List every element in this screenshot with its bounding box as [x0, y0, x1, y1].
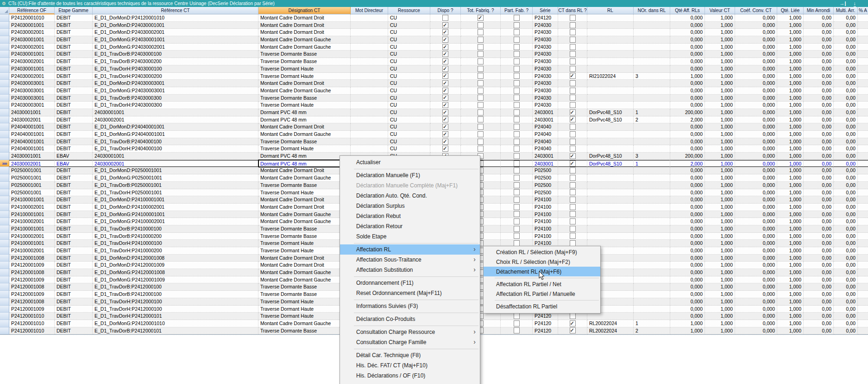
cell-etape[interactable]: DEBIT [55, 80, 93, 87]
cell-designation[interactable]: Montant Cadre Dormant Droit [258, 123, 351, 131]
cell-qteaff[interactable]: 0,000 [670, 145, 705, 153]
cell-rl[interactable] [587, 14, 634, 22]
table-row[interactable]: P24040001001DEBITE_D1_TravDorH:P24040001… [0, 145, 868, 153]
cell-of[interactable]: P0250001001 [9, 174, 55, 182]
cell-qteliee[interactable]: 1,000 [777, 313, 804, 320]
cell-multi[interactable]: 0,00 [834, 116, 858, 124]
cell-ctdansrl[interactable] [558, 80, 587, 87]
cell-serie[interactable]: P24030 [533, 80, 558, 87]
column-header-pct[interactable]: % A [858, 7, 868, 14]
menu-item[interactable]: Consultation Charge Ressource› [340, 327, 480, 337]
row-selector[interactable] [0, 116, 9, 124]
cell-partfab[interactable] [501, 80, 533, 87]
cell-qteliee[interactable]: 1,000 [777, 116, 804, 124]
cell-mot[interactable] [351, 145, 388, 153]
cell-ct[interactable]: E_D1_TravDorH:P2410000200 [93, 247, 258, 255]
cell-qteliee[interactable]: 1,000 [777, 255, 804, 262]
cell-ctdansrl[interactable] [558, 87, 587, 95]
cell-coef[interactable]: 0,000 [735, 240, 777, 247]
checkbox-partfab[interactable] [514, 37, 520, 43]
row-selector[interactable] [0, 298, 9, 306]
cell-serie[interactable]: P24040 [533, 138, 558, 146]
cell-of[interactable]: P0250001001 [9, 167, 55, 174]
cell-qteaff[interactable]: 0,000 [670, 240, 705, 247]
cell-qteaff[interactable]: 0,000 [670, 204, 705, 211]
cell-valeur[interactable]: 1,000 [705, 225, 735, 233]
cell-serie[interactable]: P02500 [533, 182, 558, 189]
cell-rl[interactable]: RL20022024 [587, 320, 634, 327]
cell-ct[interactable]: E_D1_TravDorH:P2403000100 [93, 65, 258, 73]
cell-rl[interactable] [587, 218, 634, 225]
cell-pct[interactable] [858, 189, 868, 197]
cell-designation[interactable]: Montant Cadre Dormant Gauche [258, 131, 351, 138]
cell-rl[interactable] [587, 225, 634, 233]
cell-multi[interactable]: 0,00 [834, 44, 858, 51]
cell-pct[interactable] [858, 291, 868, 298]
cell-valeur[interactable]: 1,000 [705, 247, 735, 255]
cell-ctdansrl[interactable] [558, 14, 587, 22]
table-row[interactable]: P24030001001DEBITE_D1_TravDorB:P24030001… [0, 51, 868, 58]
cell-valeur[interactable]: 1,000 [705, 58, 735, 65]
checkbox-ctdansrl[interactable] [570, 102, 576, 108]
table-row[interactable]: P24030003001DEBITE_D1_DorMonG:P240300030… [0, 87, 868, 95]
cell-coef[interactable]: 0,000 [735, 51, 777, 58]
cell-ct[interactable]: E_D1_TravDorH:P0250001001 [93, 189, 258, 197]
cell-ctdansrl[interactable] [558, 138, 587, 146]
cell-ctdansrl[interactable] [558, 182, 587, 189]
cell-ctdansrl[interactable] [558, 211, 587, 218]
cell-min[interactable]: 0,00 [804, 240, 834, 247]
row-selector[interactable] [0, 167, 9, 174]
cell-etape[interactable]: DEBIT [55, 247, 93, 255]
cell-rl[interactable]: RL20022024 [587, 327, 634, 335]
cell-rl[interactable] [587, 123, 634, 131]
cell-etape[interactable]: DEBIT [55, 320, 93, 327]
checkbox-dispo[interactable] [442, 102, 448, 108]
column-header-ctdansrl[interactable]: CT dans RL ? [558, 7, 587, 14]
cell-ct[interactable]: E_D1_DorMonD:P24030002001 [93, 29, 258, 36]
cell-multi[interactable]: 0,00 [834, 269, 858, 276]
cell-ct[interactable]: E_D1_TravDorB:P2410000200 [93, 233, 258, 240]
checkbox-ctdansrl[interactable] [570, 189, 576, 195]
cell-coef[interactable]: 0,000 [735, 291, 777, 298]
cell-coef[interactable]: 0,000 [735, 218, 777, 225]
cell-valeur[interactable]: 1,000 [705, 283, 735, 291]
cell-coef[interactable]: 0,000 [735, 174, 777, 182]
cell-qteaff[interactable]: 0,000 [670, 247, 705, 255]
checkbox-totfab[interactable] [478, 37, 484, 43]
cell-nor[interactable] [634, 291, 670, 298]
cell-nor[interactable] [634, 225, 670, 233]
cell-coef[interactable]: 0,000 [735, 262, 777, 269]
cell-multi[interactable]: 0,00 [834, 276, 858, 284]
cell-ct[interactable]: E_D1_DorMonD:P24040001001 [93, 123, 258, 131]
cell-multi[interactable]: 0,00 [834, 218, 858, 225]
row-selector[interactable] [0, 233, 9, 240]
checkbox-ctdansrl[interactable] [570, 218, 576, 224]
cell-etape[interactable]: DEBIT [55, 138, 93, 146]
cell-pct[interactable] [858, 283, 868, 291]
cell-nor[interactable] [634, 262, 670, 269]
cell-designation[interactable]: Traverse Dormant Haute [258, 247, 351, 255]
cell-min[interactable]: 0,00 [804, 145, 834, 153]
cell-multi[interactable]: 0,00 [834, 298, 858, 306]
cell-multi[interactable]: 0,00 [834, 80, 858, 87]
row-selector[interactable] [0, 138, 9, 146]
cell-multi[interactable]: 0,00 [834, 225, 858, 233]
cell-dispo[interactable] [430, 44, 461, 51]
row-selector[interactable] [0, 306, 9, 313]
cell-designation[interactable]: Traverse Dormant Haute [258, 313, 351, 320]
checkbox-ctdansrl[interactable] [570, 327, 576, 333]
cell-pct[interactable] [858, 102, 868, 109]
cell-coef[interactable]: 0,000 [735, 73, 777, 80]
menu-item[interactable]: Affectation RL Partiel / Manuelle [484, 289, 600, 299]
cell-qteliee[interactable]: 1,000 [777, 327, 804, 335]
cell-ctdansrl[interactable] [558, 225, 587, 233]
checkbox-dispo[interactable] [442, 29, 448, 35]
row-selector[interactable] [0, 73, 9, 80]
cell-nor[interactable] [634, 138, 670, 146]
cell-of[interactable]: P24100001001 [9, 240, 55, 247]
row-selector[interactable] [0, 240, 9, 247]
cell-of[interactable]: P24100001001 [9, 196, 55, 204]
cell-coef[interactable]: 0,000 [735, 269, 777, 276]
cell-ctdansrl[interactable] [558, 174, 587, 182]
checkbox-ctdansrl[interactable] [570, 204, 576, 210]
